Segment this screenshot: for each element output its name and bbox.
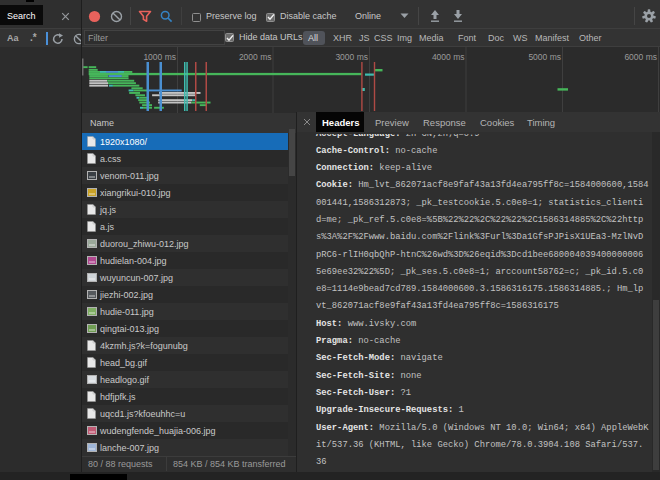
svg-text:6000 ms: 6000 ms	[624, 52, 657, 62]
svg-text:5000 ms: 5000 ms	[528, 52, 561, 62]
svg-text:4000 ms: 4000 ms	[432, 52, 465, 62]
svg-text:2000 ms: 2000 ms	[239, 52, 272, 62]
svg-text:3000 ms: 3000 ms	[335, 52, 368, 62]
svg-text:1000 ms: 1000 ms	[143, 52, 176, 62]
